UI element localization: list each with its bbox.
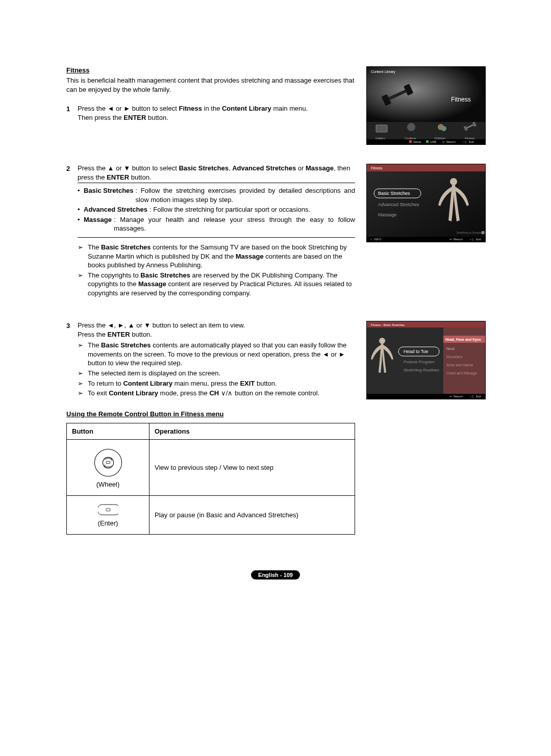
step-number: 2 xyxy=(66,164,78,173)
note: ➢The selected item is displayed on the s… xyxy=(78,369,355,378)
step-body: Press the ◄, ►, ▲ or ▼ button to select … xyxy=(78,321,355,398)
enter-icon xyxy=(98,503,118,517)
s1-title: Content Library xyxy=(371,70,395,74)
feature-bullets: • Basic Stretches : Follow the stretchin… xyxy=(78,186,355,233)
svg-text:Fitness › Basic Stretches: Fitness › Basic Stretches xyxy=(371,323,405,326)
svg-text:Massage: Massage xyxy=(378,212,397,217)
bullet: • Advanced Stretches : Follow the stretc… xyxy=(78,205,355,214)
svg-text:Advanced Stretches: Advanced Stretches xyxy=(378,202,419,207)
note: ➢To return to Content Library main menu,… xyxy=(78,379,355,388)
svg-text:Return: Return xyxy=(454,395,463,398)
svg-text:Exit: Exit xyxy=(476,238,481,241)
bullet: • Massage : Manage your health and relea… xyxy=(78,215,355,233)
svg-text:INFO: INFO xyxy=(374,238,382,241)
svg-text:↩: ↩ xyxy=(449,395,452,398)
svg-text:Basic Stretches: Basic Stretches xyxy=(378,191,410,196)
ops-cell: Play or pause (in Basic and Advanced Str… xyxy=(149,495,355,534)
svg-text:USB: USB xyxy=(430,140,436,143)
button-label: (Wheel) xyxy=(71,481,145,488)
svg-point-11 xyxy=(441,126,446,131)
svg-rect-1 xyxy=(367,67,485,122)
svg-text:Shoulders: Shoulders xyxy=(446,355,463,359)
svg-text:Return: Return xyxy=(446,140,456,143)
note: ➢The copyrights to Basic Stretches are r… xyxy=(78,271,355,298)
note: ➢The Basic Stretches contents are automa… xyxy=(78,341,355,368)
operations-table: Button Operations xyxy=(66,423,355,535)
svg-text:↩: ↩ xyxy=(442,140,445,143)
step-number: 1 xyxy=(66,104,78,114)
svg-rect-47 xyxy=(106,509,110,511)
section-heading: Fitness xyxy=(66,66,355,74)
screenshot-basic-stretches: Fitness › Basic Stretches Head to Toe Po… xyxy=(366,321,486,399)
svg-rect-20 xyxy=(426,140,429,143)
step-body: Press the ◄ or ► button to select Fitnes… xyxy=(78,104,355,155)
svg-text:Exit: Exit xyxy=(476,395,481,398)
svg-text:Return: Return xyxy=(454,238,463,241)
svg-rect-64 xyxy=(367,394,485,399)
svg-rect-37 xyxy=(367,237,485,242)
svg-text:Stretching Routines: Stretching Routines xyxy=(404,368,439,372)
svg-text:Fitness: Fitness xyxy=(371,166,383,170)
svg-text:Head to Toe: Head to Toe xyxy=(404,349,428,354)
note: ➢To exit Content Library mode, press the… xyxy=(78,389,355,398)
th-button: Button xyxy=(67,423,149,439)
svg-text:Setup: Setup xyxy=(413,140,421,143)
screenshot-fitness-menu: Fitness Basic Stretches Advanced Stretch… xyxy=(366,164,486,242)
svg-text:Arms and Hands: Arms and Hands xyxy=(446,363,473,367)
screenshot-content-library: Content Library Fitness Gallery Cooking … xyxy=(366,66,486,145)
svg-point-44 xyxy=(94,449,121,476)
svg-rect-18 xyxy=(409,140,412,143)
intro-text: This is beneficial health management con… xyxy=(66,76,355,94)
svg-text:Head, Face and Eyes: Head, Face and Eyes xyxy=(445,338,481,342)
svg-point-30 xyxy=(450,178,457,185)
page-footer: English - 109 xyxy=(66,570,485,579)
svg-rect-36 xyxy=(482,231,484,234)
note: ➢The Basic Stretches contents for the Sa… xyxy=(78,243,355,270)
svg-text:Exit: Exit xyxy=(469,140,474,143)
page-number-badge: English - 109 xyxy=(251,570,300,579)
svg-text:→▯: →▯ xyxy=(462,140,466,143)
svg-point-8 xyxy=(407,123,415,131)
step-body: Press the ▲ or ▼ button to select Basic … xyxy=(78,164,355,298)
table-row: (Enter) Play or pause (in Basic and Adva… xyxy=(67,495,355,534)
svg-text:→▯: →▯ xyxy=(469,238,473,241)
svg-text:→▯: →▯ xyxy=(469,395,473,398)
svg-rect-6 xyxy=(376,125,387,132)
svg-rect-46 xyxy=(106,461,110,463)
svg-text:Posture Program: Posture Program xyxy=(404,360,435,364)
bullet: • Basic Stretches : Follow the stretchin… xyxy=(78,186,355,204)
sub-heading: Using the Remote Control Button in Fitne… xyxy=(66,410,355,418)
table-row: (Wheel) View to previous step / View to … xyxy=(67,439,355,495)
svg-text:Chest and Ribcage: Chest and Ribcage xyxy=(446,371,477,375)
button-label: (Enter) xyxy=(71,519,145,527)
step-number: 3 xyxy=(66,321,78,331)
svg-rect-27 xyxy=(367,164,485,171)
svg-text:Stretching by Suzanne Martin: Stretching by Suzanne Martin xyxy=(457,231,485,234)
ops-cell: View to previous step / View to next ste… xyxy=(149,439,355,495)
svg-point-45 xyxy=(103,457,113,468)
svg-text:↩: ↩ xyxy=(449,238,452,241)
svg-point-52 xyxy=(379,338,385,344)
note-list: ➢The Basic Stretches contents for the Sa… xyxy=(78,243,355,297)
svg-text:Neck: Neck xyxy=(446,347,455,350)
wheel-icon xyxy=(92,447,124,478)
s1-big-label: Fitness xyxy=(451,96,471,103)
note-list: ➢The Basic Stretches contents are automa… xyxy=(78,341,355,397)
th-operations: Operations xyxy=(149,423,355,439)
